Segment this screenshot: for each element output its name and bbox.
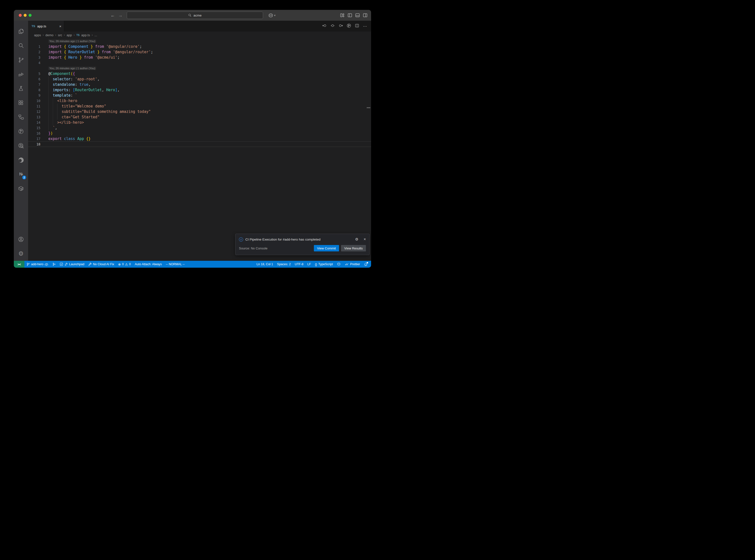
notification-close-icon[interactable]: ×	[364, 237, 366, 242]
breadcrumb-item[interactable]: apps	[34, 33, 41, 37]
tab-close-icon[interactable]: ×	[59, 24, 61, 28]
indent-guide	[53, 98, 57, 103]
line-number: 17	[28, 137, 40, 141]
nx-console-icon[interactable]: N›2	[14, 167, 28, 181]
breadcrumb-item[interactable]: src	[58, 33, 62, 37]
gitlens-graph-icon[interactable]	[347, 23, 351, 29]
git-graph-status[interactable]	[50, 261, 58, 268]
git-graph-icon	[52, 262, 56, 266]
explorer-icon[interactable]	[14, 24, 28, 38]
status-text: Spaces: 2	[277, 262, 291, 266]
indent-guide	[57, 103, 62, 109]
auto-attach-status[interactable]: Auto Attach: Always	[133, 261, 164, 268]
line-number: 14	[28, 121, 40, 124]
breadcrumb-separator: ›	[64, 33, 65, 37]
status-text: TypeScript	[318, 262, 333, 266]
zoom-window-button[interactable]	[28, 14, 32, 17]
code-editor[interactable]: You, 26 minutes ago | 1 author (You)1imp…	[28, 38, 371, 261]
more-actions-icon[interactable]: ⋯	[363, 24, 367, 28]
edge-browser-icon[interactable]	[14, 153, 28, 167]
info-icon: i	[239, 237, 243, 242]
status-text: Prettier	[350, 262, 360, 266]
minimize-window-button[interactable]	[24, 14, 27, 17]
notifications-bell-status[interactable]	[362, 261, 370, 268]
scrollbar-handle[interactable]	[366, 107, 370, 108]
language-mode-status[interactable]: {}TypeScript	[313, 261, 335, 268]
rocket-icon	[64, 262, 68, 266]
formatter-status[interactable]: ✓✓Prettier	[343, 261, 362, 268]
vim-mode-status[interactable]: -- NORMAL --	[164, 261, 187, 268]
toggle-secondary-sidebar-icon[interactable]	[363, 13, 367, 18]
typescript-file-icon: TS	[76, 34, 80, 37]
accounts-icon[interactable]	[14, 232, 28, 246]
cursor-position-status[interactable]: Ln 18, Col 1	[255, 261, 275, 268]
history-back-icon[interactable]: ←	[111, 13, 115, 18]
open-previous-change-icon[interactable]	[322, 23, 327, 29]
blame-annotation[interactable]: You, 26 minutes ago | 1 author (You)	[28, 65, 371, 71]
breadcrumb-item[interactable]: app	[66, 33, 72, 37]
project-graph-icon[interactable]	[14, 110, 28, 124]
gitlens-icon[interactable]	[14, 124, 28, 139]
view-commit-button[interactable]: View Commit	[314, 245, 339, 252]
customize-layout-icon[interactable]	[340, 13, 345, 18]
indent-guide	[48, 93, 53, 98]
line-content: })	[40, 131, 53, 136]
testing-icon[interactable]	[14, 81, 28, 96]
copilot-menu[interactable]: ∨	[268, 10, 276, 21]
blame-annotation[interactable]: You, 26 minutes ago | 1 author (You)	[28, 38, 371, 44]
line-content: standalone: true,	[40, 82, 91, 87]
source-control-icon[interactable]	[14, 53, 28, 67]
line-number: 15	[28, 126, 40, 130]
branch-status[interactable]: add-hero	[24, 261, 50, 268]
encoding-status[interactable]: UTF-8	[293, 261, 305, 268]
breadcrumb-item[interactable]: ...	[95, 33, 97, 37]
blame-content: You, 26 minutes ago | 1 author (You)	[40, 39, 96, 43]
settings-gear-icon[interactable]: ⚙	[14, 246, 28, 261]
launchpad-status[interactable]: Launchpad	[58, 261, 86, 268]
line-content: imports: [RouterOutlet, Hero],	[40, 87, 120, 93]
indent-guide	[53, 114, 57, 120]
breadcrumb-item[interactable]: demo	[45, 33, 54, 37]
command-center-search[interactable]: acme	[127, 12, 263, 19]
nx-cloud-fix-status[interactable]: Nx Cloud AI Fix	[86, 261, 116, 268]
code-line: 16})	[28, 131, 371, 136]
extensions-icon[interactable]	[14, 96, 28, 110]
remote-indicator[interactable]: ><	[14, 261, 24, 268]
breadcrumb-separator: ›	[74, 33, 75, 37]
status-text: Ln 18, Col 1	[256, 262, 273, 266]
split-editor-icon[interactable]	[355, 23, 359, 29]
notification-title: CI Pipeline Execution for #add-hero has …	[245, 238, 353, 241]
problems-status[interactable]: ⊗0⚠0	[116, 261, 133, 268]
notification-source: Source: Nx Console	[239, 246, 314, 250]
indentation-status[interactable]: Spaces: 2	[275, 261, 293, 268]
open-change-icon[interactable]	[331, 23, 335, 29]
history-forward-icon[interactable]: →	[118, 13, 122, 18]
typescript-file-icon: TS	[32, 25, 35, 27]
open-next-change-icon[interactable]	[339, 23, 343, 29]
status-text: 0	[122, 262, 124, 266]
containers-icon[interactable]	[14, 181, 28, 196]
notification-settings-icon[interactable]: ⚙	[355, 237, 358, 242]
activity-bar: N›2⚙	[14, 21, 28, 261]
layout-controls	[340, 10, 367, 21]
run-debug-icon[interactable]	[14, 67, 28, 81]
breadcrumb-item[interactable]: app.ts	[81, 33, 90, 37]
tab-app-ts[interactable]: TS app.ts ×	[28, 21, 64, 32]
editor-pane: TS app.ts × ⋯ apps›demo›src›app›TSapp.ts…	[28, 21, 371, 261]
gitlens-inspect-icon[interactable]	[14, 139, 28, 153]
copilot-status[interactable]	[335, 261, 343, 268]
toggle-primary-sidebar-icon[interactable]	[347, 13, 352, 18]
status-text: UTF-8	[295, 262, 303, 266]
blame-text: You, 26 minutes ago | 1 author (You)	[48, 39, 96, 43]
line-number: 7	[28, 83, 40, 86]
line-number: 16	[28, 132, 40, 135]
view-results-button[interactable]: View Results	[341, 245, 366, 252]
eol-status[interactable]: LF	[305, 261, 313, 268]
line-number: 12	[28, 110, 40, 114]
search-icon[interactable]	[14, 38, 28, 53]
titlebar: ← → acme ∨	[14, 10, 371, 21]
toggle-panel-icon[interactable]	[355, 13, 360, 18]
copilot-icon	[337, 262, 341, 266]
close-window-button[interactable]	[19, 14, 22, 17]
notification-toast: i CI Pipeline Execution for #add-hero ha…	[235, 234, 370, 255]
